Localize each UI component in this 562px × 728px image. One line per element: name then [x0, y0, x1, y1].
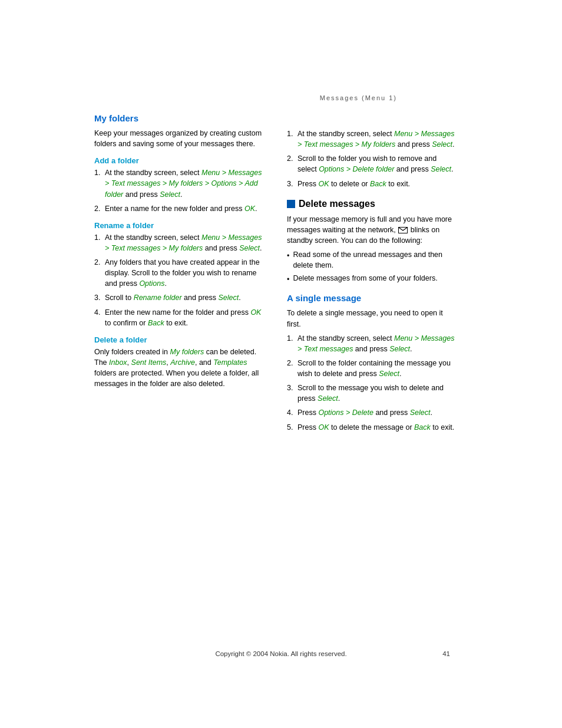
content-area: My folders Keep your messages organized … — [0, 107, 562, 436]
rename-folder-title: Rename a folder — [94, 221, 263, 230]
list-item: 1. At the standby screen, select Menu > … — [94, 167, 263, 199]
list-item: 1. At the standby screen, select Menu > … — [287, 333, 456, 354]
delete-folder-steps: 1. At the standby screen, select Menu > … — [287, 129, 456, 189]
delete-messages-intro: If your message memory is full and you h… — [287, 214, 456, 246]
single-message-title: A single message — [287, 293, 456, 303]
list-item: 4. Enter the new name for the folder and… — [94, 307, 263, 328]
my-folders-intro: Keep your messages organized by creating… — [94, 128, 263, 149]
delete-folder-para: Only folders created in My folders can b… — [94, 347, 263, 390]
list-item: 4. Press Options > Delete and press Sele… — [287, 407, 456, 418]
delete-messages-title: Delete messages — [299, 199, 375, 209]
list-item: 3. Scroll to the message you wish to del… — [287, 383, 456, 404]
list-item: 5. Press OK to delete the message or Bac… — [287, 422, 456, 433]
list-item: 3. Press OK to delete or Back to exit. — [287, 179, 456, 189]
list-item: 2. Scroll to the folder you wish to remo… — [287, 153, 456, 174]
list-item: • Read some of the unread messages and t… — [287, 249, 456, 271]
delete-folder-title: Delete a folder — [94, 335, 263, 344]
footer-copyright: Copyright © 2004 Nokia. All rights reser… — [215, 650, 346, 657]
right-column: 1. At the standby screen, select Menu > … — [287, 107, 456, 436]
delete-messages-bullets: • Read some of the unread messages and t… — [287, 249, 456, 285]
header-label: Messages (Menu 1) — [320, 94, 397, 101]
email-icon — [398, 227, 408, 233]
page-header: Messages (Menu 1) — [0, 0, 562, 107]
list-item: 2. Any folders that you have created app… — [94, 257, 263, 289]
footer-page-number: 41 — [442, 650, 450, 657]
rename-folder-steps: 1. At the standby screen, select Menu > … — [94, 232, 263, 328]
list-item: 3. Scroll to Rename folder and press Sel… — [94, 292, 263, 303]
page: Messages (Menu 1) My folders Keep your m… — [0, 0, 562, 728]
list-item: 1. At the standby screen, select Menu > … — [287, 129, 456, 150]
footer: Copyright © 2004 Nokia. All rights reser… — [0, 650, 562, 657]
list-item: • Delete messages from some of your fold… — [287, 273, 456, 285]
delete-messages-section: Delete messages — [287, 199, 456, 209]
single-message-steps: 1. At the standby screen, select Menu > … — [287, 333, 456, 433]
add-folder-title: Add a folder — [94, 156, 263, 165]
single-message-intro: To delete a single message, you need to … — [287, 308, 456, 329]
left-column: My folders Keep your messages organized … — [94, 107, 263, 436]
section-box-icon — [287, 200, 295, 208]
list-item: 2. Enter a name for the new folder and p… — [94, 203, 263, 214]
add-folder-steps: 1. At the standby screen, select Menu > … — [94, 167, 263, 214]
list-item: 2. Scroll to the folder containing the m… — [287, 358, 456, 379]
list-item: 1. At the standby screen, select Menu > … — [94, 232, 263, 253]
my-folders-title: My folders — [94, 113, 263, 123]
